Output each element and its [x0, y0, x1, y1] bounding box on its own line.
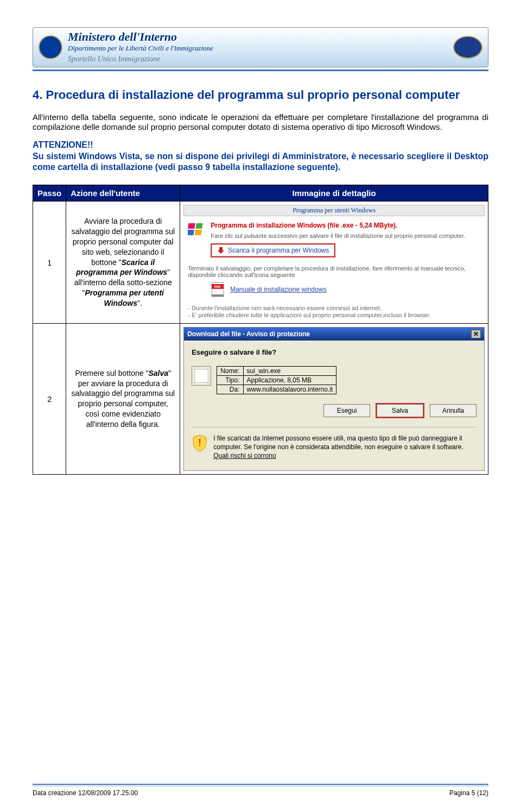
dialog-title: Download del file - Avviso di protezione — [187, 330, 310, 338]
action-button-name: Scarica il programma per Windows — [76, 258, 167, 277]
header-banner: Ministero dell'Interno Dipartimento per … — [33, 27, 488, 67]
download-button-label: Scarica il programma per Windows — [228, 247, 329, 254]
banner-subtitle: Dipartimento per le Libertà Civili e l'I… — [68, 44, 448, 53]
label-tipo: Tipo: — [217, 376, 243, 385]
pdf-icon: PDF — [211, 281, 226, 298]
shield-warning-icon: ! — [192, 434, 208, 452]
manual-link-row: PDF Manuale di installazione windows — [211, 281, 485, 298]
warning-link[interactable]: Quali rischi si corrono — [213, 452, 276, 459]
page-footer: Data creazione 12/08/2009 17.25.00 Pagin… — [33, 784, 488, 797]
value-da: www.nullaostalavoro.interno.it — [243, 385, 336, 394]
banner-slogan: Sportello Unico Immigrazione — [68, 55, 448, 64]
warning-body: I file scaricati da Internet possono ess… — [213, 435, 463, 451]
esegui-button[interactable]: Esegui — [323, 404, 370, 417]
warning-title: ATTENZIONE!! — [33, 140, 488, 150]
screenshot-download-dialog: Download del file - Avviso di protezione… — [183, 327, 485, 471]
header-rule — [33, 70, 488, 71]
svg-rect-0 — [188, 223, 195, 229]
dialog-titlebar: Download del file - Avviso di protezione… — [184, 328, 484, 341]
dialog-warning-text: I file scaricati da Internet possono ess… — [213, 434, 476, 461]
step-number: 2 — [33, 324, 66, 475]
note-line: - E' preferibile chiudere tutte le appli… — [188, 312, 480, 318]
svg-rect-1 — [195, 223, 202, 229]
page: Ministero dell'Interno Dipartimento per … — [0, 0, 521, 812]
windows-logo-icon — [188, 222, 206, 238]
footer-date: Data creazione 12/08/2009 17.25.00 — [33, 789, 138, 797]
step-screenshot: Programma per utenti Windows Programma d… — [180, 202, 488, 324]
footer-page: Pagina 5 (12) — [449, 789, 488, 797]
col-passo-header: Passo — [33, 185, 66, 202]
label-nome: Nome: — [217, 367, 243, 376]
action-text: " per avviare la procedura di salvataggi… — [71, 369, 175, 429]
salva-button[interactable]: Salva — [377, 404, 423, 417]
value-nome: sui_win.exe — [243, 367, 336, 376]
label-da: Da: — [217, 385, 243, 394]
banner-titles: Ministero dell'Interno Dipartimento per … — [68, 31, 448, 64]
step-action: Avviare la procedura di salvataggio del … — [66, 202, 180, 324]
annulla-button[interactable]: Annulla — [430, 404, 476, 417]
table-row: 2 Premere sul bottone "Salva" per avviar… — [33, 324, 488, 475]
svg-text:!: ! — [198, 437, 201, 448]
dialog-question: Eseguire o salvare il file? — [192, 348, 476, 356]
action-button-name: Salva — [148, 369, 168, 377]
action-text: ". — [137, 299, 142, 307]
action-text: Premere sul bottone " — [75, 369, 148, 377]
note-line: - Durante l'installazione non sarà neces… — [188, 305, 480, 311]
emblem-left-icon — [39, 35, 62, 59]
screenshot-download-panel: Programma per utenti Windows Programma d… — [183, 205, 485, 320]
col-immagine-header: Immagine di dettaglio — [180, 185, 488, 202]
close-icon[interactable]: ✕ — [471, 330, 481, 338]
step-screenshot: Download del file - Avviso di protezione… — [180, 324, 488, 475]
svg-text:PDF: PDF — [214, 285, 221, 288]
banner-title: Ministero dell'Interno — [68, 31, 448, 43]
download-arrow-icon — [217, 247, 225, 254]
installer-notes: - Durante l'installazione non sarà neces… — [183, 301, 485, 320]
step-number: 1 — [33, 202, 66, 324]
section-heading: 4. Procedura di installazione del progra… — [33, 87, 488, 103]
installer-title: Programma di installazione Windows (file… — [211, 222, 480, 229]
action-section-name: Programma per utenti Windows — [85, 288, 163, 307]
download-button[interactable]: Scarica il programma per Windows — [211, 243, 335, 257]
intro-paragraph: All'interno della tabella seguente, sono… — [33, 112, 488, 133]
emblem-right-icon — [453, 36, 482, 59]
warning-body: Su sistemi Windows Vista, se non si disp… — [33, 151, 488, 173]
installer-help1: Fare clic sul pulsante successivo per sa… — [211, 232, 480, 239]
steps-table: Passo Azione dell'utente Immagine di det… — [33, 185, 488, 475]
value-tipo: Applicazione, 8,05 MB — [243, 376, 336, 385]
file-icon — [192, 366, 211, 386]
panel-title: Programma per utenti Windows — [183, 205, 485, 216]
table-row: 1 Avviare la procedura di salvataggio de… — [33, 202, 488, 324]
svg-rect-7 — [212, 294, 224, 297]
installer-help2: Terminato il salvataggio, per completare… — [183, 265, 485, 278]
footer-rule — [33, 784, 488, 785]
svg-rect-3 — [195, 230, 202, 235]
svg-rect-2 — [188, 230, 194, 235]
manual-link[interactable]: Manuale di installazione windows — [230, 286, 326, 293]
step-action: Premere sul bottone "Salva" per avviare … — [66, 324, 180, 475]
col-azione-header: Azione dell'utente — [66, 185, 180, 202]
